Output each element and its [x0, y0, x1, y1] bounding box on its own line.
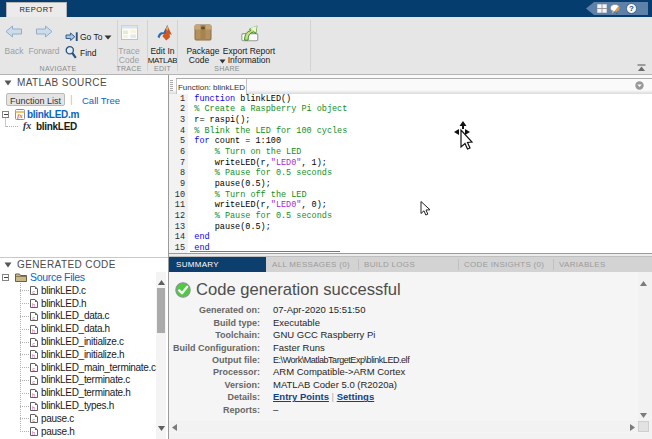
- svg-text:fx: fx: [17, 112, 23, 119]
- svg-text:c: c: [32, 417, 35, 423]
- svg-text:?: ?: [629, 4, 634, 13]
- svg-text:c: c: [32, 314, 35, 320]
- svg-text:c: c: [32, 340, 35, 346]
- svg-text:h: h: [32, 353, 35, 359]
- svg-text:h: h: [32, 430, 35, 436]
- svg-text:c: c: [32, 378, 35, 384]
- svg-text:h: h: [32, 302, 35, 308]
- svg-text:h: h: [32, 404, 35, 410]
- svg-text:c: c: [32, 366, 35, 372]
- svg-text:h: h: [32, 391, 35, 397]
- svg-text:c: c: [32, 289, 35, 295]
- svg-text:h: h: [32, 327, 35, 333]
